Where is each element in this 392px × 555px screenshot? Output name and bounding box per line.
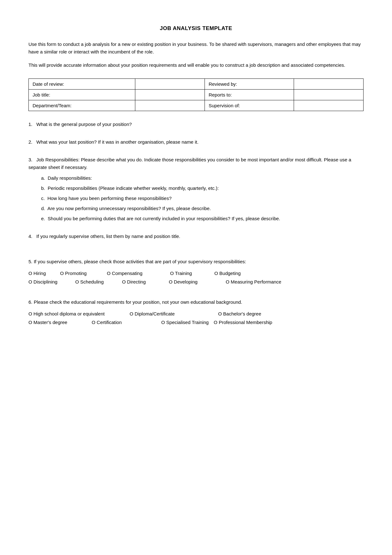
checkbox-hiring[interactable]: O Hiring [28,271,60,276]
q3-sub-a-label: a. [41,175,45,181]
q3-sub-e-text: Should you be performing duties that are… [48,216,280,221]
intro-para2: This will provide accurate information a… [28,61,364,69]
department-label: Department/Team: [29,100,135,111]
section5-checkboxes: O Hiring O Promoting O Compensating O Tr… [28,271,364,284]
q3-sub-c-text: How long have you been performing these … [47,196,172,201]
checkbox-bachelors[interactable]: O Bachelor's degree [218,311,261,316]
page-title: JOB ANALYSIS TEMPLATE [28,25,364,32]
section5-row1: O Hiring O Promoting O Compensating O Tr… [28,271,364,276]
job-title-label: Job title: [29,90,135,100]
supervision-value[interactable] [294,100,364,111]
reports-to-value[interactable] [294,90,364,100]
checkbox-disciplining[interactable]: O Disciplining [28,279,75,284]
q3-sub-a: a. Daily responsibilities: [41,174,364,182]
q2-number: 2. [28,139,33,145]
section6-title: 6. Please check the educational requirem… [28,298,364,306]
department-value[interactable] [135,100,205,111]
q3-sub-a-text: Daily responsibilities: [48,175,92,181]
date-of-review-value[interactable] [135,79,205,90]
info-table: Date of review: Reviewed by: Job title: … [28,78,364,111]
q3-sub-items: a. Daily responsibilities: b. Periodic r… [41,174,364,222]
checkbox-developing[interactable]: O Developing [169,279,226,284]
checkbox-compensating[interactable]: O Compensating [107,271,170,276]
q3-number: 3. [28,157,33,162]
section5-row2: O Disciplining O Scheduling O Directing … [28,279,364,284]
checkbox-masters[interactable]: O Master's degree [28,320,92,325]
question-4: 4. If you regularly supervise others, li… [28,233,364,240]
question-1: 1. What is the general purpose of your p… [28,121,364,128]
q3-sub-c-label: c. [41,196,45,201]
reviewed-by-label: Reviewed by: [205,79,294,90]
checkbox-training[interactable]: O Training [170,271,214,276]
checkbox-directing[interactable]: O Directing [122,279,169,284]
checkbox-promoting[interactable]: O Promoting [60,271,107,276]
q1-text: What is the general purpose of your posi… [36,122,132,127]
section6-checkboxes: O High school diploma or equivalent O Di… [28,311,364,325]
q3-sub-d: d. Are you now performing unnecessary re… [41,205,364,212]
question-2: 2. What was your last position? If it wa… [28,138,364,146]
intro-para1: Use this form to conduct a job analysis … [28,41,364,56]
checkbox-certification[interactable]: O Certification [92,320,161,325]
q3-sub-e-label: e. [41,216,45,221]
q3-sub-e: e. Should you be performing duties that … [41,215,364,222]
q1-number: 1. [28,122,33,127]
checkbox-scheduling[interactable]: O Scheduling [75,279,122,284]
q3-sub-d-text: Are you now performing unnecessary respo… [47,206,211,211]
section5-title: 5. If you supervise others, please check… [28,258,364,265]
q3-sub-b-text: Periodic responsibilities (Please indica… [48,185,219,191]
checkbox-diploma[interactable]: O Diploma/Certificate [130,311,218,316]
q4-number: 4. [28,234,33,239]
checkbox-budgeting[interactable]: O Budgeting [214,271,241,276]
date-of-review-label: Date of review: [29,79,135,90]
q3-sub-c: c. How long have you been performing the… [41,195,364,202]
question-3: 3. Job Responsibilities: Please describe… [28,156,364,222]
q3-sub-b: b. Periodic responsibilities (Please ind… [41,184,364,192]
q3-sub-b-label: b. [41,185,45,191]
q3-sub-d-label: d. [41,206,45,211]
reviewed-by-value[interactable] [294,79,364,90]
checkbox-measuring-performance[interactable]: O Measuring Performance [226,279,281,284]
checkbox-specialised-training[interactable]: O Specialised Training [161,320,209,325]
checkbox-professional-membership[interactable]: O Professional Membership [214,320,272,325]
supervision-label: Supervision of: [205,100,294,111]
job-title-value[interactable] [135,90,205,100]
section6-row1: O High school diploma or equivalent O Di… [28,311,364,316]
questions-section: 1. What is the general purpose of your p… [28,121,364,240]
q2-text: What was your last position? If it was i… [36,139,199,145]
q4-text: If you regularly supervise others, list … [36,234,180,239]
checkbox-high-school[interactable]: O High school diploma or equivalent [28,311,130,316]
reports-to-label: Reports to: [205,90,294,100]
section6-row2: O Master's degree O Certification O Spec… [28,320,364,325]
q3-text: Job Responsibilities: Please describe wh… [28,157,351,170]
